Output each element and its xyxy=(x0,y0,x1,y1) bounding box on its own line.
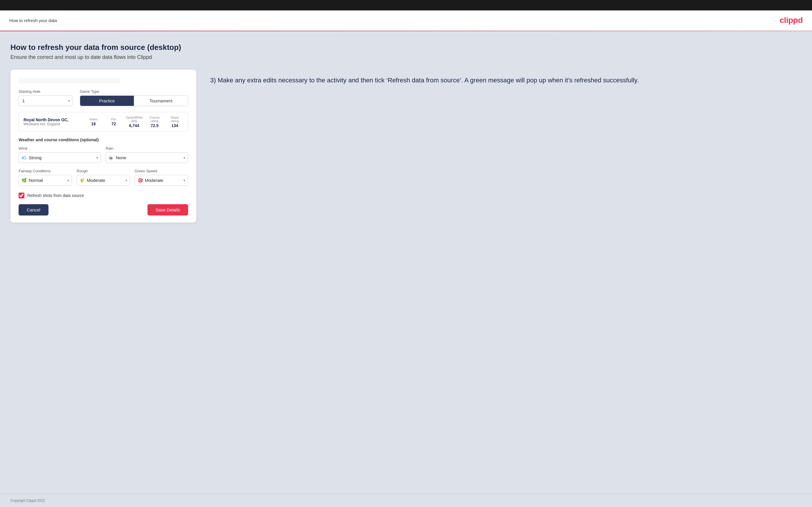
main-wrapper: How to refresh your data clippd How to r… xyxy=(0,10,812,507)
fairway-select-wrapper: 🌿 Normal Firm Soft ▾ xyxy=(18,175,72,186)
game-type-group: Game Type Practice Tournament xyxy=(80,89,188,106)
green-speed-select-wrapper: 🎯 Moderate Slow Fast ▾ xyxy=(135,175,188,186)
course-location: Westward Ho!, England xyxy=(23,122,82,126)
card-top-stub xyxy=(18,78,120,83)
holes-value: 18 xyxy=(85,121,102,126)
fairway-select[interactable]: Normal Firm Soft xyxy=(18,175,72,186)
wind-select[interactable]: Strong Light None xyxy=(18,152,101,163)
wind-label: Wind xyxy=(18,146,101,151)
yards-label: Yards/White (M)) xyxy=(125,116,143,123)
game-type-label: Game Type xyxy=(80,89,188,94)
slope-rating-label: Slope rating xyxy=(166,116,183,123)
yards-stat: Yards/White (M)) 6,744 xyxy=(125,116,143,128)
page-heading: How to refresh your data from source (de… xyxy=(10,43,802,52)
wind-rain-grid: Wind 💨 Strong Light None ▾ Rain xyxy=(18,146,188,163)
starting-hole-group: Starting Hole 1 10 ▾ xyxy=(18,89,73,106)
rough-label: Rough xyxy=(77,169,130,173)
fairway-label: Fairway Conditions xyxy=(18,169,72,173)
page-footer: Copyright Clippd 2022 xyxy=(0,493,812,507)
content-area: How to refresh your data from source (de… xyxy=(0,31,812,493)
wind-select-wrapper: 💨 Strong Light None ▾ xyxy=(18,152,101,163)
rain-select-wrapper: 🌦 None Light Heavy ▾ xyxy=(106,152,188,163)
side-instruction: 3) Make any extra edits necessary to the… xyxy=(210,70,802,85)
slope-rating-stat: Slope rating 134 xyxy=(166,116,183,128)
course-name: Royal North Devon GC, xyxy=(23,117,82,122)
starting-hole-gametype-row: Starting Hole 1 10 ▾ Game Type Practi xyxy=(18,89,188,106)
rough-select[interactable]: Moderate Light Heavy xyxy=(77,175,130,186)
practice-button[interactable]: Practice xyxy=(80,96,134,106)
fairway-group: Fairway Conditions 🌿 Normal Firm Soft ▾ xyxy=(18,169,72,186)
instruction-text: 3) Make any extra edits necessary to the… xyxy=(210,75,802,85)
course-rating-value: 72.5 xyxy=(146,123,163,128)
body-layout: Starting Hole 1 10 ▾ Game Type Practi xyxy=(10,70,802,222)
rain-group: Rain 🌦 None Light Heavy ▾ xyxy=(106,146,188,163)
par-value: 72 xyxy=(105,121,122,126)
conditions-section-title: Weather and course conditions (optional) xyxy=(18,137,188,142)
par-label: Par xyxy=(105,117,122,121)
green-speed-label: Green Speed xyxy=(135,169,188,173)
rough-group: Rough 🌾 Moderate Light Heavy ▾ xyxy=(77,169,130,186)
yards-value: 6,744 xyxy=(125,123,143,128)
action-row: Cancel Save Details xyxy=(18,204,188,216)
rain-label: Rain xyxy=(106,146,188,151)
course-rating-stat: Course rating 72.5 xyxy=(146,116,163,128)
tournament-button[interactable]: Tournament xyxy=(134,96,188,106)
refresh-checkbox[interactable] xyxy=(18,192,24,199)
green-speed-select[interactable]: Moderate Slow Fast xyxy=(135,175,188,186)
course-rating-label: Course rating xyxy=(146,116,163,123)
par-stat: Par 72 xyxy=(105,117,122,126)
course-row: Royal North Devon GC, Westward Ho!, Engl… xyxy=(19,112,188,131)
edit-card: Starting Hole 1 10 ▾ Game Type Practi xyxy=(10,70,196,222)
game-type-toggle: Practice Tournament xyxy=(80,96,188,106)
copyright-text: Copyright Clippd 2022 xyxy=(10,499,45,503)
slope-rating-value: 134 xyxy=(166,123,183,128)
holes-label: Holes xyxy=(85,117,102,121)
fairway-rough-green-grid: Fairway Conditions 🌿 Normal Firm Soft ▾ xyxy=(18,169,188,186)
green-speed-group: Green Speed 🎯 Moderate Slow Fast ▾ xyxy=(135,169,188,186)
refresh-label: Refresh shots from data source xyxy=(27,193,84,198)
header-title: How to refresh your data xyxy=(9,18,57,23)
wind-group: Wind 💨 Strong Light None ▾ xyxy=(18,146,101,163)
page-header: How to refresh your data clippd xyxy=(0,10,812,31)
starting-hole-select-wrapper: 1 10 ▾ xyxy=(18,96,73,106)
rain-select[interactable]: None Light Heavy xyxy=(106,152,188,163)
starting-hole-label: Starting Hole xyxy=(18,89,73,94)
save-button[interactable]: Save Details xyxy=(148,204,188,216)
refresh-checkbox-row: Refresh shots from data source xyxy=(18,192,188,199)
course-name-col: Royal North Devon GC, Westward Ho!, Engl… xyxy=(23,117,82,126)
top-bar xyxy=(0,0,812,10)
holes-stat: Holes 18 xyxy=(85,117,102,126)
page-subheading: Ensure the correct and most up to date d… xyxy=(10,54,802,60)
logo: clippd xyxy=(780,16,803,25)
rough-select-wrapper: 🌾 Moderate Light Heavy ▾ xyxy=(77,175,130,186)
starting-hole-select[interactable]: 1 10 xyxy=(18,96,73,106)
course-table: Royal North Devon GC, Westward Ho!, Engl… xyxy=(18,112,188,132)
cancel-button[interactable]: Cancel xyxy=(18,204,48,216)
